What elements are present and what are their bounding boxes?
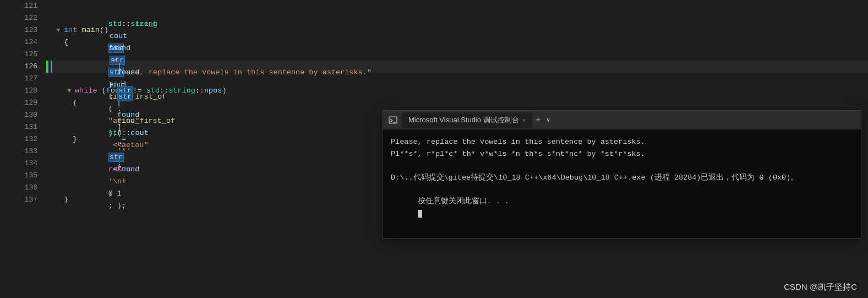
line-num-129: 129: [0, 97, 37, 109]
line-num-121: 121: [0, 0, 37, 12]
gutter-135: [44, 170, 51, 182]
line-num-124: 124: [0, 36, 37, 48]
terminal-window: Microsoft Visual Studio 调试控制台 × + ∨ Plea…: [383, 110, 861, 239]
terminal-close-icon[interactable]: ×: [522, 117, 526, 123]
gutter-125: [44, 48, 51, 61]
gutter-124: [44, 36, 51, 48]
terminal-output-3: D:\..代码提交\gitee待提交\10_18 C++\x64\Debug\1…: [391, 172, 853, 184]
terminal-output-1: Please, replace the vowels in this sente…: [391, 136, 853, 148]
gutter-130: [44, 109, 51, 121]
terminal-new-tab-button[interactable]: +: [532, 115, 544, 125]
line-num-127: 127: [0, 73, 37, 85]
line-num-137: 137: [0, 194, 37, 206]
gutter-126-green: [46, 61, 48, 73]
gutter-123: [44, 24, 51, 36]
line-num-133: 133: [0, 145, 37, 158]
gutter-127: [44, 73, 51, 85]
terminal-output-empty-1: [391, 160, 853, 172]
str-highlight-131: str: [117, 92, 133, 101]
found-var-131: found: [117, 68, 140, 77]
line-num-132: 132: [0, 133, 37, 145]
gutter-121: [44, 0, 51, 12]
line-num-134: 134: [0, 158, 37, 170]
gutter-129: [44, 97, 51, 109]
line-num-130: 130: [0, 109, 37, 121]
line-numbers: 121 122 123 124 125 126 127 128 129 130 …: [0, 0, 44, 298]
collapse-icon-128[interactable]: ▼: [66, 85, 73, 97]
line-num-135: 135: [0, 170, 37, 182]
terminal-output-2: Pl**s*, r*pl*c* th* v*w*ls *n th*s s*nt*…: [391, 148, 853, 160]
terminal-cursor: [418, 210, 422, 218]
terminal-titlebar: Microsoft Visual Studio 调试控制台 × + ∨: [383, 111, 861, 129]
line-num-125: 125: [0, 48, 37, 61]
gutter-136: [44, 182, 51, 194]
line-num-128: 128: [0, 85, 37, 97]
terminal-dropdown-button[interactable]: ∨: [544, 116, 553, 123]
terminal-tab-main[interactable]: Microsoft Visual Studio 调试控制台 ×: [402, 112, 532, 128]
terminal-content: Please, replace the vowels in this sente…: [383, 129, 861, 238]
gutter-133: [44, 145, 51, 158]
line-num-122: 122: [0, 12, 37, 24]
gutter-134: [44, 158, 51, 170]
terminal-output-4: 按任意键关闭此窗口. . .: [391, 183, 853, 231]
gutter-122: [44, 12, 51, 24]
gutter: [44, 0, 51, 298]
watermark: CSDN @凯子坚持C: [784, 282, 857, 292]
line-num-123: 123: [0, 24, 37, 36]
collapse-icon-123[interactable]: ▼: [55, 24, 62, 36]
line-num-131: 131: [0, 121, 37, 133]
gutter-128: [44, 85, 51, 97]
gutter-131: [44, 121, 51, 133]
terminal-title: Microsoft Visual Studio 调试控制台: [408, 115, 519, 125]
gutter-137: [44, 194, 51, 206]
terminal-icon: [389, 116, 397, 124]
gutter-132: [44, 133, 51, 145]
line-num-126: 126: [0, 61, 37, 73]
line-num-136: 136: [0, 182, 37, 194]
